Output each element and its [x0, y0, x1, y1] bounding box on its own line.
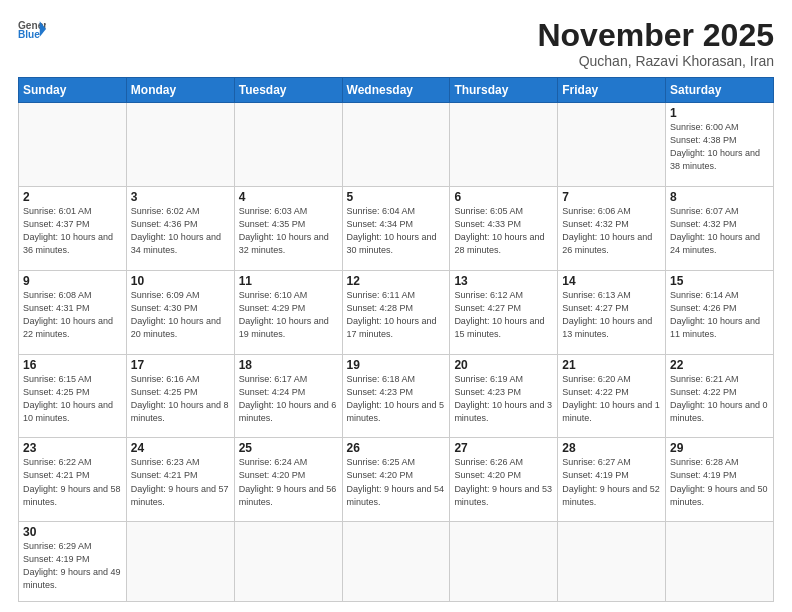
day-21: 21 Sunrise: 6:20 AMSunset: 4:22 PMDaylig…	[558, 354, 666, 438]
week-row-3: 9 Sunrise: 6:08 AMSunset: 4:31 PMDayligh…	[19, 270, 774, 354]
week-row-6: 30 Sunrise: 6:29 AMSunset: 4:19 PMDaylig…	[19, 522, 774, 602]
header-wednesday: Wednesday	[342, 78, 450, 103]
header-friday: Friday	[558, 78, 666, 103]
location-subtitle: Quchan, Razavi Khorasan, Iran	[537, 53, 774, 69]
day-8: 8 Sunrise: 6:07 AMSunset: 4:32 PMDayligh…	[666, 187, 774, 271]
day-20: 20 Sunrise: 6:19 AMSunset: 4:23 PMDaylig…	[450, 354, 558, 438]
empty-cell	[666, 522, 774, 602]
day-23: 23 Sunrise: 6:22 AMSunset: 4:21 PMDaylig…	[19, 438, 127, 522]
day-4: 4 Sunrise: 6:03 AMSunset: 4:35 PMDayligh…	[234, 187, 342, 271]
day-25: 25 Sunrise: 6:24 AMSunset: 4:20 PMDaylig…	[234, 438, 342, 522]
day-29: 29 Sunrise: 6:28 AMSunset: 4:19 PMDaylig…	[666, 438, 774, 522]
day-10: 10 Sunrise: 6:09 AMSunset: 4:30 PMDaylig…	[126, 270, 234, 354]
week-row-5: 23 Sunrise: 6:22 AMSunset: 4:21 PMDaylig…	[19, 438, 774, 522]
header-monday: Monday	[126, 78, 234, 103]
day-28: 28 Sunrise: 6:27 AMSunset: 4:19 PMDaylig…	[558, 438, 666, 522]
header-thursday: Thursday	[450, 78, 558, 103]
day-3: 3 Sunrise: 6:02 AMSunset: 4:36 PMDayligh…	[126, 187, 234, 271]
calendar-table: Sunday Monday Tuesday Wednesday Thursday…	[18, 77, 774, 602]
header: General Blue November 2025 Quchan, Razav…	[18, 18, 774, 69]
page: General Blue November 2025 Quchan, Razav…	[0, 0, 792, 612]
logo: General Blue	[18, 18, 46, 40]
empty-cell	[450, 522, 558, 602]
week-row-4: 16 Sunrise: 6:15 AMSunset: 4:25 PMDaylig…	[19, 354, 774, 438]
weekday-header-row: Sunday Monday Tuesday Wednesday Thursday…	[19, 78, 774, 103]
day-9: 9 Sunrise: 6:08 AMSunset: 4:31 PMDayligh…	[19, 270, 127, 354]
day-12: 12 Sunrise: 6:11 AMSunset: 4:28 PMDaylig…	[342, 270, 450, 354]
day-18: 18 Sunrise: 6:17 AMSunset: 4:24 PMDaylig…	[234, 354, 342, 438]
empty-cell	[234, 522, 342, 602]
day-16: 16 Sunrise: 6:15 AMSunset: 4:25 PMDaylig…	[19, 354, 127, 438]
day-1: 1 Sunrise: 6:00 AMSunset: 4:38 PMDayligh…	[666, 103, 774, 187]
empty-cell	[558, 103, 666, 187]
title-block: November 2025 Quchan, Razavi Khorasan, I…	[537, 18, 774, 69]
day-13: 13 Sunrise: 6:12 AMSunset: 4:27 PMDaylig…	[450, 270, 558, 354]
header-tuesday: Tuesday	[234, 78, 342, 103]
day-30: 30 Sunrise: 6:29 AMSunset: 4:19 PMDaylig…	[19, 522, 127, 602]
empty-cell	[19, 103, 127, 187]
day-14: 14 Sunrise: 6:13 AMSunset: 4:27 PMDaylig…	[558, 270, 666, 354]
empty-cell	[126, 103, 234, 187]
svg-text:Blue: Blue	[18, 29, 40, 40]
empty-cell	[558, 522, 666, 602]
day-5: 5 Sunrise: 6:04 AMSunset: 4:34 PMDayligh…	[342, 187, 450, 271]
week-row-2: 2 Sunrise: 6:01 AMSunset: 4:37 PMDayligh…	[19, 187, 774, 271]
empty-cell	[342, 103, 450, 187]
day-22: 22 Sunrise: 6:21 AMSunset: 4:22 PMDaylig…	[666, 354, 774, 438]
day-19: 19 Sunrise: 6:18 AMSunset: 4:23 PMDaylig…	[342, 354, 450, 438]
week-row-1: 1 Sunrise: 6:00 AMSunset: 4:38 PMDayligh…	[19, 103, 774, 187]
logo-icon: General Blue	[18, 18, 46, 40]
day-26: 26 Sunrise: 6:25 AMSunset: 4:20 PMDaylig…	[342, 438, 450, 522]
header-sunday: Sunday	[19, 78, 127, 103]
month-title: November 2025	[537, 18, 774, 53]
empty-cell	[126, 522, 234, 602]
day-17: 17 Sunrise: 6:16 AMSunset: 4:25 PMDaylig…	[126, 354, 234, 438]
day-24: 24 Sunrise: 6:23 AMSunset: 4:21 PMDaylig…	[126, 438, 234, 522]
empty-cell	[234, 103, 342, 187]
empty-cell	[450, 103, 558, 187]
day-15: 15 Sunrise: 6:14 AMSunset: 4:26 PMDaylig…	[666, 270, 774, 354]
header-saturday: Saturday	[666, 78, 774, 103]
day-7: 7 Sunrise: 6:06 AMSunset: 4:32 PMDayligh…	[558, 187, 666, 271]
day-11: 11 Sunrise: 6:10 AMSunset: 4:29 PMDaylig…	[234, 270, 342, 354]
day-2: 2 Sunrise: 6:01 AMSunset: 4:37 PMDayligh…	[19, 187, 127, 271]
empty-cell	[342, 522, 450, 602]
day-27: 27 Sunrise: 6:26 AMSunset: 4:20 PMDaylig…	[450, 438, 558, 522]
day-6: 6 Sunrise: 6:05 AMSunset: 4:33 PMDayligh…	[450, 187, 558, 271]
